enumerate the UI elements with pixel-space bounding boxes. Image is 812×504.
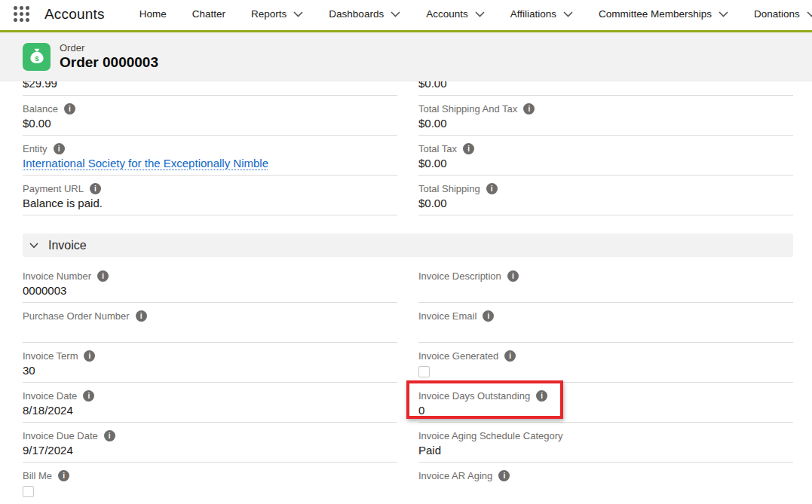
field-label: Bill Me — [23, 470, 52, 481]
field-label: Invoice Number — [23, 270, 91, 282]
field-label: Purchase Order Number — [23, 310, 130, 322]
info-icon[interactable] — [64, 103, 75, 115]
info-icon[interactable] — [463, 143, 474, 154]
field-value: 8/18/2024 — [23, 404, 397, 419]
bill-me-checkbox[interactable] — [23, 486, 34, 497]
nav-tab-label: Committee Memberships — [599, 8, 712, 20]
detail-right-column: $0.00 Total Shipping And Tax $0.00 Total… — [418, 81, 793, 215]
info-icon[interactable] — [507, 270, 519, 282]
field-label: Invoice Email — [418, 310, 476, 322]
invoice-left-column: Invoice Number 0000003 Purchase Order Nu… — [23, 263, 397, 502]
info-icon[interactable] — [104, 430, 115, 441]
field-label: Balance — [23, 103, 58, 115]
field-value — [23, 324, 397, 339]
record-detail-panel: $29.99 Balance $0.00 Entity Internationa… — [0, 81, 812, 502]
field-label: Payment URL — [23, 183, 84, 194]
info-icon[interactable] — [136, 310, 147, 322]
field-value: 30 — [23, 364, 397, 379]
nav-tab-reports[interactable]: Reports — [251, 8, 303, 20]
detail-left-column: $29.99 Balance $0.00 Entity Internationa… — [23, 81, 397, 215]
field-row-total-tax: Total Tax $0.00 — [418, 136, 793, 176]
field-label: Invoice Due Date — [23, 430, 98, 441]
nav-tab-label: Accounts — [426, 8, 468, 20]
nav-tab-label: Chatter — [192, 8, 225, 20]
field-label: Total Shipping And Tax — [418, 103, 517, 115]
section-title: Invoice — [48, 239, 87, 252]
chevron-down-icon[interactable] — [719, 11, 728, 17]
info-icon[interactable] — [83, 390, 94, 402]
chevron-down-icon[interactable] — [29, 243, 38, 249]
app-launcher-icon[interactable] — [14, 6, 29, 22]
record-header-text: Order Order 0000003 — [60, 42, 158, 71]
field-row-invoice-term: Invoice Term 30 — [23, 343, 397, 383]
field-value: 0000003 — [23, 284, 397, 299]
nav-tab-home[interactable]: Home — [139, 8, 167, 20]
info-icon[interactable] — [523, 103, 535, 115]
field-value: $0.00 — [418, 117, 793, 132]
field-row-purchase-order-number: Purchase Order Number — [23, 303, 397, 343]
info-icon[interactable] — [536, 390, 547, 402]
field-label: Invoice Term — [23, 350, 78, 362]
record-title: Order 0000003 — [60, 54, 158, 71]
field-value: 9/17/2024 — [23, 444, 397, 459]
info-icon[interactable] — [84, 350, 95, 362]
info-icon[interactable] — [498, 470, 510, 481]
field-label: Invoice Description — [418, 270, 501, 282]
field-value: $0.00 — [23, 117, 397, 132]
field-label: Total Tax — [418, 143, 457, 154]
field-row-bill-me: Bill Me — [23, 463, 397, 502]
chevron-down-icon[interactable] — [475, 11, 485, 17]
nav-tab-label: Dashboards — [329, 8, 384, 20]
info-icon[interactable] — [97, 270, 109, 282]
detail-fields-grid: $29.99 Balance $0.00 Entity Internationa… — [23, 81, 793, 215]
chevron-down-icon[interactable] — [563, 11, 573, 17]
nav-tab-label: Reports — [251, 8, 286, 20]
nav-tab-committee-memberships[interactable]: Committee Memberships — [599, 8, 728, 20]
field-row-total-shipping: Total Shipping $0.00 — [418, 176, 793, 215]
field-label: Invoice Date — [23, 390, 77, 402]
nav-tabs: Home Chatter Reports Dashboards Accounts… — [139, 8, 812, 20]
nav-tab-dashboards[interactable]: Dashboards — [329, 8, 400, 20]
chevron-down-icon[interactable] — [293, 11, 303, 17]
field-label: Invoice Days Outstanding — [418, 390, 530, 402]
field-row-invoice-email: Invoice Email — [418, 303, 793, 343]
nav-tab-label: Donations — [754, 8, 800, 20]
field-row-clipped: $0.00 — [418, 81, 793, 96]
field-value: Paid — [418, 444, 793, 459]
field-row-invoice-ar-aging: Invoice AR Aging — [418, 463, 793, 502]
nav-tab-label: Home — [139, 8, 167, 20]
entity-link[interactable]: International Society for the Exceptiona… — [23, 157, 397, 172]
info-icon[interactable] — [54, 143, 65, 154]
chevron-down-icon[interactable] — [391, 11, 400, 17]
app-name: Accounts — [44, 6, 105, 23]
info-icon[interactable] — [486, 183, 498, 194]
info-icon[interactable] — [483, 310, 494, 322]
field-value: $0.00 — [418, 197, 793, 212]
field-value: $29.99 — [23, 81, 397, 90]
field-row-invoice-aging-schedule-category: Invoice Aging Schedule Category Paid — [418, 423, 793, 463]
nav-tab-affiliations[interactable]: Affiliations — [510, 8, 573, 20]
field-value — [418, 284, 793, 299]
chevron-down-icon[interactable] — [807, 11, 812, 17]
invoice-fields-grid: Invoice Number 0000003 Purchase Order Nu… — [23, 263, 793, 502]
nav-tab-donations[interactable]: Donations — [754, 8, 812, 20]
info-icon[interactable] — [90, 183, 101, 194]
field-value — [418, 324, 793, 339]
invoice-generated-checkbox[interactable] — [418, 366, 430, 377]
section-header-invoice[interactable]: Invoice — [23, 234, 793, 257]
field-label: Invoice Aging Schedule Category — [418, 430, 563, 441]
info-icon[interactable] — [58, 470, 69, 481]
info-icon[interactable] — [504, 350, 516, 362]
nav-tab-chatter[interactable]: Chatter — [192, 8, 225, 20]
money-bag-icon: $ — [23, 43, 51, 71]
field-value: Balance is paid. — [23, 197, 397, 212]
field-value: 0 — [418, 404, 793, 419]
nav-tab-accounts[interactable]: Accounts — [426, 8, 485, 20]
svg-text:$: $ — [35, 54, 39, 63]
field-row-invoice-generated: Invoice Generated — [418, 343, 793, 383]
field-label: Invoice AR Aging — [418, 470, 492, 481]
field-row-payment-url: Payment URL Balance is paid. — [23, 176, 397, 215]
global-nav: Accounts Home Chatter Reports Dashboards… — [0, 0, 812, 32]
record-type-label: Order — [60, 42, 158, 53]
field-row-invoice-due-date: Invoice Due Date 9/17/2024 — [23, 423, 397, 463]
